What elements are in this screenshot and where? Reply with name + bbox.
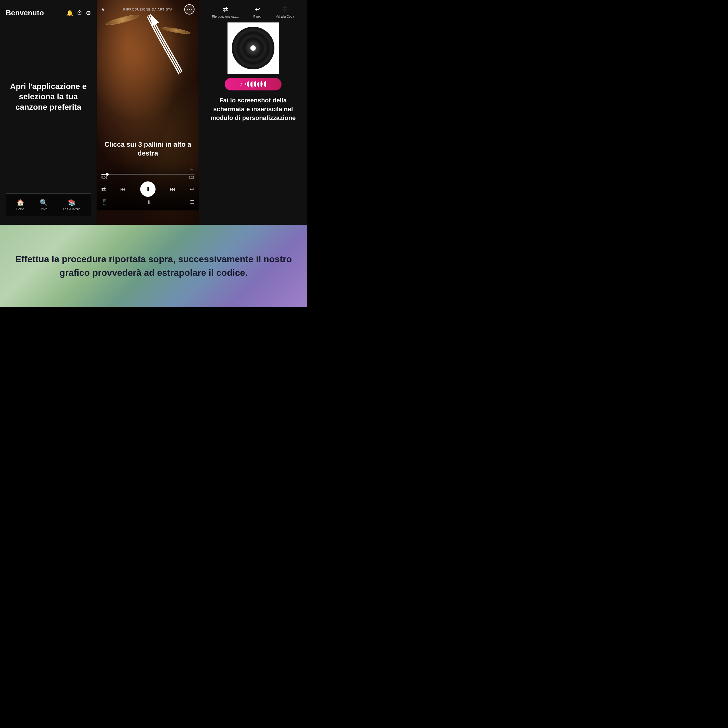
connect-button[interactable]: 📱 [101, 199, 107, 205]
progress-track [101, 174, 194, 174]
repeat-icon: ↩ [255, 6, 260, 13]
vinyl-center-hole [250, 45, 256, 51]
player-instruction-text: Clicca sui 3 pallini in alto a destra [97, 140, 199, 158]
wave-bar-5 [251, 82, 252, 87]
search-icon: 🔍 [40, 199, 47, 206]
next-button[interactable]: ⏭ [170, 186, 176, 193]
wave-bar-11 [260, 82, 260, 86]
history-icon[interactable]: ⏱ [77, 10, 83, 16]
bell-icon[interactable]: 🔔 [66, 10, 73, 17]
nav-library[interactable]: 📚 La tua libreria [63, 199, 81, 211]
total-time: 3:29 [188, 176, 194, 179]
waveform-visual [245, 81, 266, 87]
wave-bar-14 [264, 82, 265, 86]
queue-icon: ☰ [282, 6, 288, 13]
spotify-waveform-badge: ♪ [225, 78, 281, 90]
three-dots-button[interactable]: ⋯ [184, 4, 194, 14]
shuffle-icon: ⇄ [223, 6, 228, 13]
header-icons: 🔔 ⏱ ⚙ [66, 10, 91, 17]
menu-repeat[interactable]: ↩ Ripeti [253, 6, 262, 18]
wave-bar-6 [252, 81, 253, 87]
nav-search[interactable]: 🔍 Cerca [40, 199, 47, 211]
heart-icon[interactable]: ♡ [190, 165, 194, 171]
pause-button[interactable]: ⏸ [140, 181, 156, 197]
welcome-instruction: Apri l'applicazione e seleziona la tua c… [6, 81, 91, 112]
like-section: ♡ [101, 165, 194, 171]
panel-welcome: Benvenuto 🔔 ⏱ ⚙ Apri l'applicazione e se… [0, 0, 97, 225]
welcome-title: Benvenuto [6, 9, 44, 17]
vinyl-record [232, 27, 274, 69]
library-icon: 📚 [68, 199, 76, 206]
wave-bar-1 [245, 83, 246, 85]
secondary-controls: 📱 ⬆ ☰ [101, 199, 194, 205]
panel-screenshot: ⇄ Riproduzione cas... ↩ Ripeti ☰ Vai all… [199, 0, 307, 225]
screenshot-instruction: Fai lo screenshot della schermata e inse… [205, 96, 301, 122]
wave-bar-12 [261, 81, 262, 87]
wave-bar-3 [248, 81, 249, 87]
shuffle-label: Riproduzione cas... [212, 15, 239, 18]
repeat-button[interactable]: ↩ [190, 186, 194, 193]
bottom-section: Effettua la procedura riportata sopra, s… [0, 225, 307, 307]
drum-visual [97, 0, 199, 135]
panel-1-header: Benvenuto 🔔 ⏱ ⚙ [6, 9, 91, 17]
wave-bar-4 [250, 83, 251, 86]
wave-bar-13 [263, 83, 263, 85]
menu-queue[interactable]: ☰ Vai alla Coda [276, 6, 294, 18]
progress-bar[interactable]: 0:02 3:29 [101, 174, 194, 179]
player-controls: ♡ 0:02 3:29 ⇄ ⏮ ⏸ ⏭ ↩ [97, 162, 199, 210]
panel-1-content: Apri l'applicazione e seleziona la tua c… [6, 17, 91, 193]
progress-fill [101, 174, 106, 174]
share-button[interactable]: ⬆ [147, 199, 151, 205]
wave-bar-9 [257, 83, 258, 86]
pause-icon: ⏸ [145, 185, 151, 193]
wave-bar-8 [255, 81, 256, 87]
playback-mode-label: RIPRODUZIONE DA ARTISTA [124, 8, 173, 11]
repeat-label: Ripeti [253, 15, 262, 18]
bottom-nav: 🏠 Home 🔍 Cerca 📚 La tua libreria [6, 193, 91, 216]
menu-shuffle[interactable]: ⇄ Riproduzione cas... [212, 6, 239, 18]
wave-bar-10 [258, 82, 259, 87]
progress-dot [106, 173, 109, 176]
spotify-logo-text: ♪ [240, 81, 243, 87]
shuffle-button[interactable]: ⇄ [101, 186, 106, 193]
settings-icon[interactable]: ⚙ [86, 10, 91, 17]
current-time: 0:02 [101, 176, 107, 179]
chevron-down-icon[interactable]: ∨ [101, 6, 105, 12]
vinyl-container [228, 23, 279, 73]
bottom-instruction: Effettua la procedura riportata sopra, s… [11, 252, 296, 280]
nav-home[interactable]: 🏠 Home [17, 199, 24, 211]
wave-bar-2 [247, 82, 248, 86]
wave-bar-15 [265, 81, 266, 87]
wave-bar-7 [254, 82, 255, 86]
time-display: 0:02 3:29 [101, 176, 194, 179]
home-icon: 🏠 [17, 199, 24, 206]
previous-button[interactable]: ⏮ [120, 186, 126, 193]
queue-label: Vai alla Coda [276, 15, 294, 18]
queue-button[interactable]: ☰ [190, 199, 194, 205]
playback-controls: ⇄ ⏮ ⏸ ⏭ ↩ [101, 181, 194, 197]
player-header: ∨ RIPRODUZIONE DA ARTISTA ⋯ [97, 0, 199, 17]
top-menu-icons: ⇄ Riproduzione cas... ↩ Ripeti ☰ Vai all… [205, 6, 301, 18]
panel-player: ∨ RIPRODUZIONE DA ARTISTA ⋯ Clicca sui 3… [97, 0, 199, 225]
